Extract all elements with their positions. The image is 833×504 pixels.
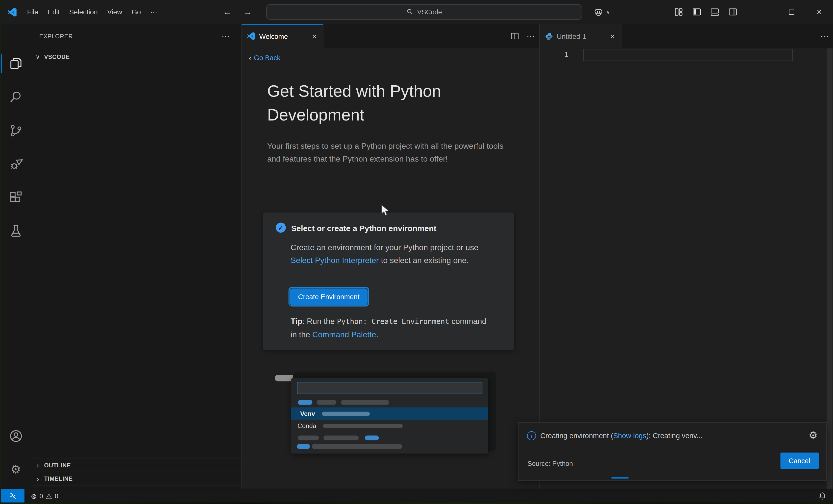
more-actions-icon[interactable]: ⋯	[526, 31, 535, 41]
forward-arrow-icon[interactable]: →	[242, 7, 253, 17]
progress-bar	[612, 477, 628, 479]
menu-file[interactable]: File	[22, 5, 43, 19]
tab-label: Welcome	[259, 32, 308, 40]
cancel-button[interactable]: Cancel	[780, 453, 819, 469]
maximize-icon	[789, 9, 794, 15]
activitybar-testing[interactable]	[1, 218, 30, 244]
activity-bar: ⚙	[1, 24, 30, 489]
section-label: OUTLINE	[44, 462, 71, 469]
mock-bar	[323, 424, 403, 428]
split-editor-icon[interactable]	[510, 32, 519, 40]
active-indicator	[1, 54, 2, 73]
workbench: ⚙ EXPLORER ⋯ ∨ VSCODE › OUTLINE	[1, 24, 833, 489]
quick-pick-item-conda: Conda	[291, 419, 488, 432]
editor-group-2: Untitled-1 × ⋯ 1	[540, 24, 833, 489]
search-view-icon	[9, 90, 23, 104]
toggle-panel-icon[interactable]	[710, 7, 719, 16]
problems-status[interactable]: ⊗ 0 ⚠ 0	[31, 491, 58, 500]
toggle-secondary-sidebar-icon[interactable]	[728, 7, 737, 16]
close-icon[interactable]: ×	[609, 32, 616, 40]
more-actions-icon[interactable]: ⋯	[820, 31, 829, 41]
account-icon	[9, 429, 23, 443]
activitybar-search[interactable]	[1, 85, 30, 110]
quick-pick-input-mock	[297, 382, 482, 394]
warning-icon: ⚠	[46, 491, 52, 500]
sidebar-title: EXPLORER	[39, 33, 221, 39]
folder-name: VSCODE	[44, 54, 70, 60]
title-bar: File Edit Selection View Go ⋯ ← → VSCode	[1, 0, 833, 24]
menu-view[interactable]: View	[102, 5, 127, 19]
notification-settings-gear-icon[interactable]: ⚙	[809, 429, 818, 441]
activitybar-explorer[interactable]	[1, 51, 30, 76]
run-debug-icon	[9, 157, 23, 171]
history-nav: ← →	[222, 7, 253, 17]
mock-pill	[298, 400, 312, 405]
quick-pick-item-venv: Venv	[291, 408, 488, 419]
menu-edit[interactable]: Edit	[43, 5, 65, 19]
chevron-down-icon: ∨	[33, 53, 42, 61]
extensions-icon	[9, 191, 23, 205]
warning-count: 0	[55, 492, 58, 500]
toggle-primary-sidebar-icon[interactable]	[692, 7, 701, 16]
testing-flask-icon	[9, 224, 23, 238]
menu-bar: File Edit Selection View Go ⋯	[22, 5, 162, 19]
menu-more-icon[interactable]: ⋯	[145, 5, 162, 19]
editor-scrollbar[interactable]	[827, 48, 833, 489]
folder-row-vscode[interactable]: ∨ VSCODE	[30, 51, 241, 63]
maximize-button[interactable]	[778, 0, 806, 24]
gear-icon: ⚙	[10, 463, 21, 477]
chevron-right-icon: ›	[33, 461, 42, 469]
menu-selection[interactable]: Selection	[65, 5, 102, 19]
tab-label: Untitled-1	[557, 32, 605, 40]
close-icon[interactable]: ×	[311, 32, 318, 40]
line-number: 1	[555, 48, 568, 61]
activitybar-account[interactable]	[1, 423, 30, 449]
mock-pill	[312, 444, 402, 449]
activitybar-run-debug[interactable]	[1, 151, 30, 177]
copilot-menu[interactable]: ∨	[594, 8, 610, 16]
environment-illustration: Venv Conda	[242, 48, 539, 489]
activitybar-settings[interactable]: ⚙	[1, 457, 30, 482]
command-center-search[interactable]: VSCode	[266, 4, 582, 20]
sidebar-more-icon[interactable]: ⋯	[221, 31, 230, 41]
mock-pill	[298, 435, 319, 440]
vscode-logo-icon	[7, 7, 17, 17]
current-line-highlight	[583, 49, 793, 61]
minimize-button[interactable]: –	[750, 0, 778, 24]
venv-label: Venv	[300, 410, 315, 417]
chevron-down-icon: ∨	[606, 9, 610, 15]
message-text: Creating environment (	[540, 432, 613, 440]
section-label: TIMELINE	[44, 475, 72, 482]
mock-bar	[322, 411, 370, 416]
mock-pill	[341, 400, 389, 405]
customize-layout-icon[interactable]	[674, 7, 683, 16]
error-icon: ⊗	[31, 491, 37, 500]
sidebar-sections: › OUTLINE › TIMELINE	[30, 458, 241, 485]
chevron-right-icon: ›	[33, 474, 42, 483]
quick-pick-mock: Venv Conda	[291, 378, 488, 454]
python-file-icon	[545, 32, 553, 40]
remote-icon	[9, 492, 17, 500]
activitybar-source-control[interactable]	[1, 118, 30, 144]
remote-indicator[interactable]	[1, 489, 24, 503]
tab-untitled-1[interactable]: Untitled-1 ×	[540, 24, 622, 48]
tab-welcome[interactable]: Welcome ×	[242, 24, 324, 48]
info-glyph: i	[530, 432, 532, 439]
section-timeline[interactable]: › TIMELINE	[30, 472, 241, 485]
activitybar-extensions[interactable]	[1, 185, 30, 210]
message-text2: ): Creating venv...	[646, 432, 703, 440]
notifications-bell-icon[interactable]	[818, 491, 827, 500]
search-icon	[407, 8, 413, 15]
mock-pill	[297, 444, 310, 449]
layout-controls	[674, 7, 737, 16]
source-control-icon	[9, 124, 23, 138]
close-window-button[interactable]: ×	[805, 0, 833, 24]
back-arrow-icon[interactable]: ←	[222, 7, 233, 17]
status-bar: ⊗ 0 ⚠ 0	[1, 489, 833, 503]
section-outline[interactable]: › OUTLINE	[30, 458, 241, 472]
menu-go[interactable]: Go	[127, 5, 146, 19]
files-icon	[9, 57, 23, 71]
conda-label: Conda	[298, 422, 316, 430]
explorer-sidebar: EXPLORER ⋯ ∨ VSCODE › OUTLINE › TIMELINE	[30, 24, 241, 489]
show-logs-link[interactable]: Show logs	[613, 432, 646, 440]
